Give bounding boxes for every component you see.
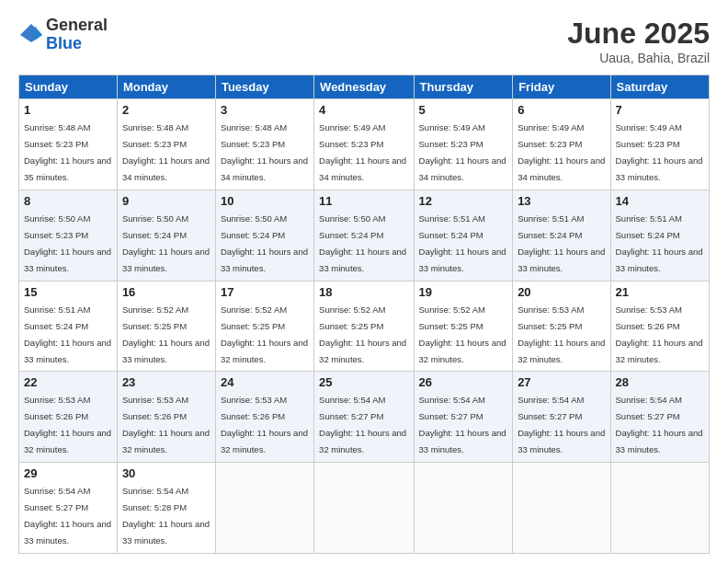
calendar-week-row: 29 Sunrise: 5:54 AMSunset: 5:27 PMDaylig…: [19, 463, 710, 554]
logo: General Blue: [18, 17, 108, 53]
day-info: Sunrise: 5:52 AMSunset: 5:25 PMDaylight:…: [319, 304, 406, 364]
calendar-cell: 20 Sunrise: 5:53 AMSunset: 5:25 PMDaylig…: [513, 281, 610, 372]
day-number: 17: [221, 285, 309, 299]
day-info: Sunrise: 5:53 AMSunset: 5:26 PMDaylight:…: [122, 395, 210, 454]
calendar-cell: 29 Sunrise: 5:54 AMSunset: 5:27 PMDaylig…: [19, 463, 118, 554]
day-number: 10: [221, 194, 309, 208]
day-number: 24: [221, 375, 309, 389]
day-info: Sunrise: 5:49 AMSunset: 5:23 PMDaylight:…: [616, 122, 703, 182]
svg-marker-1: [35, 26, 42, 40]
calendar-week-row: 15 Sunrise: 5:51 AMSunset: 5:24 PMDaylig…: [19, 281, 710, 372]
day-number: 27: [518, 375, 605, 389]
day-info: Sunrise: 5:50 AMSunset: 5:23 PMDaylight:…: [24, 213, 111, 273]
day-number: 8: [24, 194, 112, 208]
weekday-header-cell: Friday: [513, 75, 610, 99]
title-block: June 2025 Uaua, Bahia, Brazil: [567, 17, 710, 65]
weekday-header-row: SundayMondayTuesdayWednesdayThursdayFrid…: [19, 75, 710, 99]
calendar-cell: [610, 463, 709, 554]
calendar-cell: 26 Sunrise: 5:54 AMSunset: 5:27 PMDaylig…: [414, 372, 513, 463]
calendar-cell: [513, 463, 610, 554]
day-number: 12: [419, 194, 508, 208]
calendar-cell: 1 Sunrise: 5:48 AMSunset: 5:23 PMDayligh…: [19, 99, 118, 190]
location: Uaua, Bahia, Brazil: [567, 51, 710, 65]
logo-general: General: [46, 17, 108, 35]
calendar-cell: [314, 463, 414, 554]
day-number: 3: [221, 103, 309, 117]
day-info: Sunrise: 5:53 AMSunset: 5:26 PMDaylight:…: [221, 395, 308, 454]
calendar-cell: 24 Sunrise: 5:53 AMSunset: 5:26 PMDaylig…: [215, 372, 313, 463]
calendar-cell: 17 Sunrise: 5:52 AMSunset: 5:25 PMDaylig…: [215, 281, 313, 372]
calendar-cell: 19 Sunrise: 5:52 AMSunset: 5:25 PMDaylig…: [414, 281, 513, 372]
calendar-cell: 30 Sunrise: 5:54 AMSunset: 5:28 PMDaylig…: [117, 463, 215, 554]
day-number: 23: [122, 375, 210, 389]
day-info: Sunrise: 5:52 AMSunset: 5:25 PMDaylight:…: [419, 304, 506, 364]
day-number: 5: [419, 103, 508, 117]
calendar-cell: [215, 463, 313, 554]
calendar-cell: 11 Sunrise: 5:50 AMSunset: 5:24 PMDaylig…: [314, 190, 414, 281]
logo-icon: [18, 22, 44, 48]
day-info: Sunrise: 5:51 AMSunset: 5:24 PMDaylight:…: [24, 304, 111, 364]
day-info: Sunrise: 5:48 AMSunset: 5:23 PMDaylight:…: [24, 122, 111, 182]
day-info: Sunrise: 5:54 AMSunset: 5:27 PMDaylight:…: [616, 395, 703, 454]
day-number: 26: [419, 375, 508, 389]
day-number: 16: [122, 285, 210, 299]
calendar-cell: 23 Sunrise: 5:53 AMSunset: 5:26 PMDaylig…: [117, 372, 215, 463]
calendar-cell: 7 Sunrise: 5:49 AMSunset: 5:23 PMDayligh…: [610, 99, 709, 190]
calendar-cell: 4 Sunrise: 5:49 AMSunset: 5:23 PMDayligh…: [314, 99, 414, 190]
month-title: June 2025: [567, 17, 710, 51]
day-number: 21: [616, 285, 704, 299]
day-info: Sunrise: 5:52 AMSunset: 5:25 PMDaylight:…: [122, 304, 210, 364]
day-info: Sunrise: 5:54 AMSunset: 5:27 PMDaylight:…: [419, 395, 506, 454]
day-info: Sunrise: 5:50 AMSunset: 5:24 PMDaylight:…: [221, 213, 308, 273]
calendar-cell: 27 Sunrise: 5:54 AMSunset: 5:27 PMDaylig…: [513, 372, 610, 463]
calendar-week-row: 22 Sunrise: 5:53 AMSunset: 5:26 PMDaylig…: [19, 372, 710, 463]
weekday-header-cell: Sunday: [19, 75, 118, 99]
calendar-week-row: 1 Sunrise: 5:48 AMSunset: 5:23 PMDayligh…: [19, 99, 710, 190]
calendar-table: SundayMondayTuesdayWednesdayThursdayFrid…: [18, 75, 710, 554]
calendar-cell: 21 Sunrise: 5:53 AMSunset: 5:26 PMDaylig…: [610, 281, 709, 372]
day-info: Sunrise: 5:53 AMSunset: 5:26 PMDaylight:…: [616, 304, 703, 364]
day-info: Sunrise: 5:48 AMSunset: 5:23 PMDaylight:…: [221, 122, 308, 182]
day-number: 30: [122, 466, 210, 480]
day-info: Sunrise: 5:50 AMSunset: 5:24 PMDaylight:…: [122, 213, 210, 273]
calendar-cell: 22 Sunrise: 5:53 AMSunset: 5:26 PMDaylig…: [19, 372, 118, 463]
day-info: Sunrise: 5:49 AMSunset: 5:23 PMDaylight:…: [319, 122, 406, 182]
day-info: Sunrise: 5:53 AMSunset: 5:25 PMDaylight:…: [518, 304, 605, 364]
day-info: Sunrise: 5:51 AMSunset: 5:24 PMDaylight:…: [518, 213, 605, 273]
day-number: 7: [616, 103, 704, 117]
calendar-cell: 2 Sunrise: 5:48 AMSunset: 5:23 PMDayligh…: [117, 99, 215, 190]
day-number: 29: [24, 466, 112, 480]
day-info: Sunrise: 5:54 AMSunset: 5:27 PMDaylight:…: [24, 486, 111, 546]
page: General Blue June 2025 Uaua, Bahia, Braz…: [0, 0, 728, 563]
day-number: 6: [518, 103, 605, 117]
calendar-cell: 16 Sunrise: 5:52 AMSunset: 5:25 PMDaylig…: [117, 281, 215, 372]
weekday-header-cell: Wednesday: [314, 75, 414, 99]
day-info: Sunrise: 5:49 AMSunset: 5:23 PMDaylight:…: [518, 122, 605, 182]
calendar-cell: 13 Sunrise: 5:51 AMSunset: 5:24 PMDaylig…: [513, 190, 610, 281]
day-number: 25: [319, 375, 408, 389]
day-info: Sunrise: 5:51 AMSunset: 5:24 PMDaylight:…: [616, 213, 703, 273]
day-number: 28: [616, 375, 704, 389]
day-number: 13: [518, 194, 605, 208]
day-info: Sunrise: 5:54 AMSunset: 5:28 PMDaylight:…: [122, 486, 210, 546]
calendar-cell: 12 Sunrise: 5:51 AMSunset: 5:24 PMDaylig…: [414, 190, 513, 281]
day-number: 1: [24, 103, 112, 117]
calendar-cell: 3 Sunrise: 5:48 AMSunset: 5:23 PMDayligh…: [215, 99, 313, 190]
calendar-week-row: 8 Sunrise: 5:50 AMSunset: 5:23 PMDayligh…: [19, 190, 710, 281]
day-info: Sunrise: 5:49 AMSunset: 5:23 PMDaylight:…: [419, 122, 506, 182]
day-info: Sunrise: 5:50 AMSunset: 5:24 PMDaylight:…: [319, 213, 406, 273]
day-number: 11: [319, 194, 408, 208]
calendar-cell: 14 Sunrise: 5:51 AMSunset: 5:24 PMDaylig…: [610, 190, 709, 281]
logo-text: General Blue: [46, 17, 108, 53]
header: General Blue June 2025 Uaua, Bahia, Braz…: [18, 17, 710, 65]
calendar-cell: 18 Sunrise: 5:52 AMSunset: 5:25 PMDaylig…: [314, 281, 414, 372]
calendar-cell: 25 Sunrise: 5:54 AMSunset: 5:27 PMDaylig…: [314, 372, 414, 463]
weekday-header-cell: Thursday: [414, 75, 513, 99]
day-info: Sunrise: 5:51 AMSunset: 5:24 PMDaylight:…: [419, 213, 506, 273]
day-info: Sunrise: 5:53 AMSunset: 5:26 PMDaylight:…: [24, 395, 111, 454]
calendar-cell: 10 Sunrise: 5:50 AMSunset: 5:24 PMDaylig…: [215, 190, 313, 281]
day-info: Sunrise: 5:48 AMSunset: 5:23 PMDaylight:…: [122, 122, 210, 182]
calendar-cell: 28 Sunrise: 5:54 AMSunset: 5:27 PMDaylig…: [610, 372, 709, 463]
day-number: 14: [616, 194, 704, 208]
day-number: 19: [419, 285, 508, 299]
